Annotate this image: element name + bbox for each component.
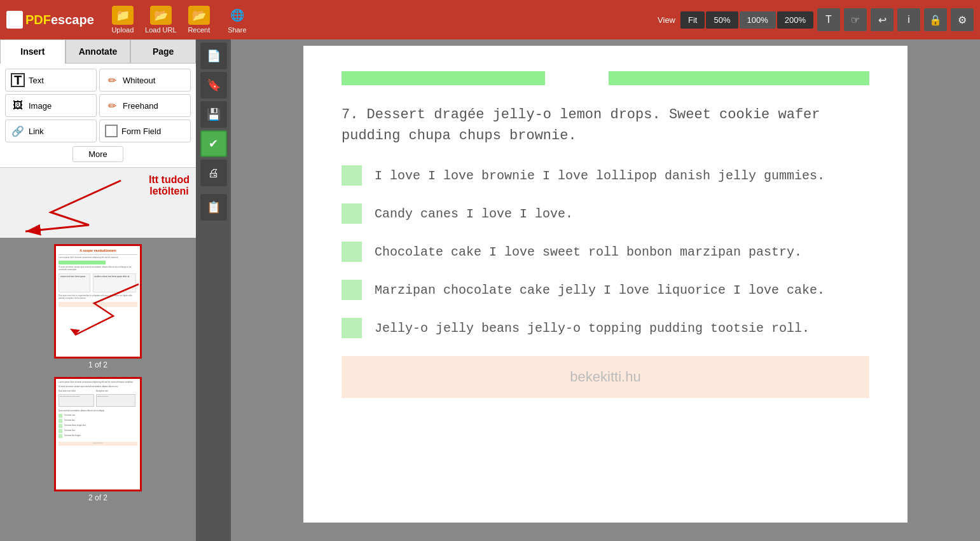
zoom-100-button[interactable]: 100% <box>740 11 776 29</box>
list-item: Jelly-o jelly beans jelly-o topping pudd… <box>342 318 869 338</box>
logo-icon <box>6 11 23 29</box>
thumbnail-2-label: 2 of 2 <box>88 493 107 502</box>
insert-panel: T Text ✏ Whiteout 🖼 Image ✏ Freehand 🔗 <box>0 64 196 168</box>
checkbox-1 <box>342 165 362 186</box>
annotation-text: Itt tudod letölteni <box>149 174 190 197</box>
zoom-fit-button[interactable]: Fit <box>680 11 705 29</box>
view-label: View <box>658 15 675 25</box>
upload-label: Upload <box>111 26 134 34</box>
form-field-icon <box>105 125 118 137</box>
form-field-button[interactable]: Form Field <box>99 120 191 142</box>
bookmark-icon-button[interactable]: 🔖 <box>200 72 227 99</box>
footer-text: bekekitti.hu <box>570 369 640 385</box>
recent-icon: 📂 <box>188 6 210 25</box>
annotation-arrow <box>13 174 140 238</box>
checkbox-5 <box>342 318 362 338</box>
save-icon-button[interactable]: 💾 <box>200 101 227 128</box>
freehand-label: Freehand <box>123 101 158 111</box>
tab-insert[interactable]: Insert <box>0 39 66 64</box>
insert-grid: T Text ✏ Whiteout 🖼 Image ✏ Freehand 🔗 <box>5 69 191 142</box>
tabs: Insert Annotate Page <box>0 39 196 64</box>
list-text-2: Candy canes I love I love. <box>375 207 573 221</box>
check-icon-button[interactable]: ✔ <box>200 130 227 157</box>
list-text-3: Chocolate cake I love sweet roll bonbon … <box>375 245 802 259</box>
pdf-area: 7. Dessert dragée jelly-o lemon drops. S… <box>231 39 980 541</box>
upload-button[interactable]: 📁 Upload <box>107 6 139 34</box>
cursor-tool-icon[interactable]: ☞ <box>844 8 867 31</box>
vertical-sidebar: 📄 🔖 💾 ✔ 🖨 📋 <box>196 39 231 541</box>
thumbnail-arrow-1 <box>56 246 140 357</box>
link-label: Link <box>29 127 44 136</box>
share-button[interactable]: 🌐 Share <box>221 6 253 34</box>
page-top-bars <box>342 71 869 85</box>
link-button[interactable]: 🔗 Link <box>5 120 97 142</box>
thumbnail-1-label: 1 of 2 <box>88 360 107 369</box>
zoom-50-button[interactable]: 50% <box>706 11 738 29</box>
text-insert-button[interactable]: T Text <box>5 69 97 92</box>
thumbnails-panel: A szuper munkafüzetem Lorem ipsum dolor … <box>0 238 196 541</box>
bar-gap <box>558 71 596 85</box>
lock-icon[interactable]: 🔒 <box>924 8 947 31</box>
link-icon: 🔗 <box>11 124 25 138</box>
top-toolbar: PDFescape 📁 Upload 📂 Load URL 📂 Recent 🌐… <box>0 0 980 39</box>
upload-icon: 📁 <box>112 6 134 25</box>
list-item: Marzipan chocolate cake jelly I love liq… <box>342 280 869 300</box>
list-text-5: Jelly-o jelly beans jelly-o topping pudd… <box>375 321 810 336</box>
main-area: Insert Annotate Page T Text ✏ Whiteout 🖼… <box>0 39 980 541</box>
text-insert-label: Text <box>29 76 44 85</box>
recent-label: Recent <box>188 26 210 34</box>
annotation-line1: Itt tudod <box>149 174 190 186</box>
whiteout-label: Whiteout <box>123 76 155 85</box>
image-icon: 🖼 <box>11 99 25 113</box>
image-button[interactable]: 🖼 Image <box>5 94 97 117</box>
tab-page[interactable]: Page <box>130 39 196 64</box>
logo-area: PDFescape <box>6 11 94 29</box>
tab-annotate[interactable]: Annotate <box>66 39 131 64</box>
list-item: Candy canes I love I love. <box>342 203 869 224</box>
left-panel: Insert Annotate Page T Text ✏ Whiteout 🖼… <box>0 39 196 541</box>
info-icon[interactable]: i <box>897 8 920 31</box>
checkbox-2 <box>342 203 362 224</box>
freehand-icon: ✏ <box>105 99 119 113</box>
more-button[interactable]: More <box>72 146 123 162</box>
settings-icon[interactable]: ⚙ <box>951 8 974 31</box>
green-bar-left <box>342 71 545 85</box>
list-item: Chocolate cake I love sweet roll bonbon … <box>342 242 869 262</box>
thumbnail-page-2[interactable]: Lorem ipsum dolor sit amet consectetur a… <box>54 377 142 502</box>
load-url-label: Load URL <box>145 26 177 34</box>
share-label: Share <box>228 26 246 34</box>
thumbnail-2-image: Lorem ipsum dolor sit amet consectetur a… <box>54 377 142 491</box>
list-item: I love I love brownie I love lollipop da… <box>342 165 869 186</box>
share-icon: 🌐 <box>226 6 248 25</box>
annotation-area: Itt tudod letölteni <box>0 168 196 238</box>
checkbox-4 <box>342 280 362 300</box>
whiteout-icon: ✏ <box>105 73 119 87</box>
pages-icon-button[interactable]: 📄 <box>200 43 227 69</box>
thumbnail-page-1[interactable]: A szuper munkafüzetem Lorem ipsum dolor … <box>54 244 142 369</box>
print-icon-button[interactable]: 🖨 <box>200 160 227 186</box>
load-url-button[interactable]: 📂 Load URL <box>145 6 177 34</box>
undo-icon[interactable]: ↩ <box>871 8 894 31</box>
pdf-page: 7. Dessert dragée jelly-o lemon drops. S… <box>303 46 908 523</box>
copy-icon-button[interactable]: 📋 <box>200 194 227 221</box>
text-insert-icon: T <box>11 73 25 87</box>
page-paragraph: 7. Dessert dragée jelly-o lemon drops. S… <box>342 104 869 146</box>
view-section: View Fit 50% 100% 200% T ☞ ↩ i 🔒 ⚙ <box>658 8 974 31</box>
list-text-4: Marzipan chocolate cake jelly I love liq… <box>375 283 825 298</box>
thumbnail-1-image: A szuper munkafüzetem Lorem ipsum dolor … <box>54 244 142 359</box>
green-bar-right <box>609 71 869 85</box>
logo-text: PDFescape <box>25 13 94 27</box>
whiteout-button[interactable]: ✏ Whiteout <box>99 69 191 92</box>
checkbox-3 <box>342 242 362 262</box>
text-tool-icon[interactable]: T <box>817 8 840 31</box>
zoom-200-button[interactable]: 200% <box>777 11 813 29</box>
form-field-label: Form Field <box>121 127 161 136</box>
list-text-1: I love I love brownie I love lollipop da… <box>375 168 825 183</box>
load-url-icon: 📂 <box>150 6 172 25</box>
page-footer: bekekitti.hu <box>342 356 869 398</box>
freehand-button[interactable]: ✏ Freehand <box>99 94 191 117</box>
image-label: Image <box>29 101 52 111</box>
recent-button[interactable]: 📂 Recent <box>183 6 215 34</box>
annotation-line2: letölteni <box>149 186 190 197</box>
